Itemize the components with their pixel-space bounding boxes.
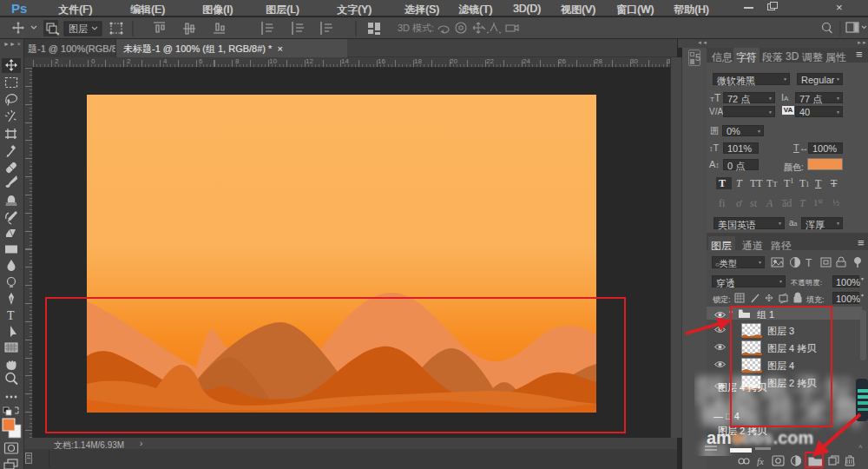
svg-text:T: T bbox=[7, 309, 15, 322]
svg-text:T: T bbox=[806, 257, 812, 269]
svg-text:图层: 图层 bbox=[69, 23, 88, 34]
svg-text:fx: fx bbox=[757, 456, 764, 466]
svg-text:3D 模式:: 3D 模式: bbox=[398, 23, 434, 33]
